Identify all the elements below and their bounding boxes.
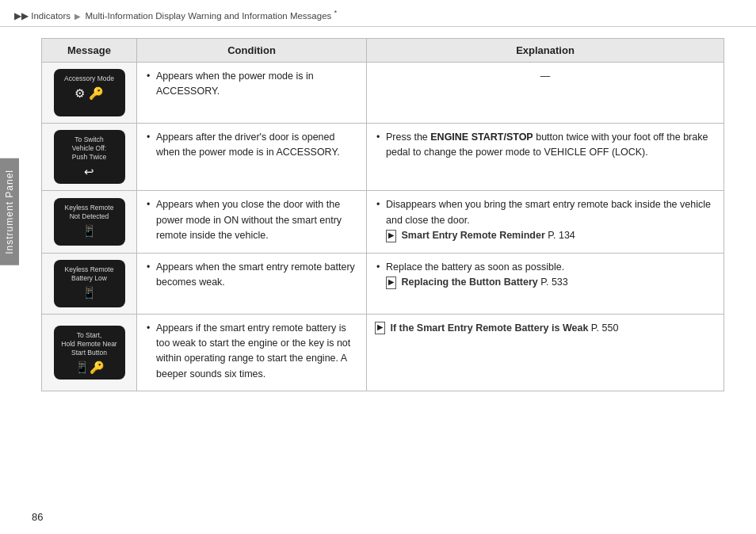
msg-icon-4: 📱 — [58, 285, 121, 301]
info-table: Message Condition Explanation Accessory … — [41, 38, 724, 391]
explanation-cell-4: Replace the battery as soon as possible.… — [367, 253, 724, 314]
ref-page-3: P. 134 — [548, 230, 575, 241]
msg-icon-5: 📱🔑 — [58, 360, 121, 376]
explanation-cell-5: ▶ If the Smart Entry Remote Battery is W… — [367, 314, 724, 391]
condition-cell-3: Appears when you close the door with the… — [137, 191, 367, 253]
message-cell-3: Keyless RemoteNot Detected 📱 — [42, 191, 137, 253]
msg-icon-1: ⚙ 🔑 — [58, 86, 121, 101]
msg-display-5: To Start,Hold Remote NearStart Button 📱🔑 — [54, 326, 125, 380]
table-row: To SwitchVehicle Off:Push Twice ↩ Appear… — [42, 123, 724, 191]
page-number: 86 — [32, 511, 43, 523]
msg-display-4: Keyless RemoteBattery Low 📱 — [54, 260, 125, 307]
condition-list-4: Appears when the smart entry remote batt… — [145, 260, 358, 291]
explanation-item-4: Replace the battery as soon as possible.… — [375, 260, 716, 291]
ref-page-4: P. 533 — [540, 277, 568, 288]
ref-arrow-5: ▶ — [375, 322, 385, 334]
explanation-cell-1: — — [367, 62, 724, 123]
msg-label-3: Keyless RemoteNot Detected — [58, 204, 121, 221]
ref-link-5: If the Smart Entry Remote Battery is Wea… — [390, 322, 588, 334]
message-cell-5: To Start,Hold Remote NearStart Button 📱🔑 — [42, 314, 137, 391]
condition-cell-2: Appears after the driver's door is opene… — [137, 123, 367, 191]
explanation-cell-2: Press the ENGINE START/STOP button twice… — [367, 123, 724, 191]
msg-icon-2: ↩ — [58, 164, 121, 180]
ref-arrow-3: ▶ — [386, 230, 396, 242]
msg-label-2: To SwitchVehicle Off:Push Twice — [58, 135, 121, 162]
breadcrumb-arrow1: ▶▶ — [14, 11, 29, 21]
condition-cell-1: Appears when the power mode is in ACCESS… — [137, 62, 367, 123]
msg-display-3: Keyless RemoteNot Detected 📱 — [54, 198, 125, 246]
message-cell-1: Accessory Mode ⚙ 🔑 — [42, 62, 137, 123]
condition-item-1: Appears when the power mode is in ACCESS… — [145, 69, 358, 100]
table-row: Accessory Mode ⚙ 🔑 Appears when the powe… — [42, 62, 724, 123]
msg-label-4: Keyless RemoteBattery Low — [58, 265, 121, 283]
ref-link-4: Replacing the Button Battery — [401, 277, 537, 288]
msg-label-5: To Start,Hold Remote NearStart Button — [58, 331, 121, 357]
explanation-cell-3: Disappears when you bring the smart entr… — [367, 191, 724, 253]
col-header-explanation: Explanation — [367, 38, 724, 62]
msg-display-1: Accessory Mode ⚙ 🔑 — [54, 69, 125, 116]
breadcrumb: ▶▶ Indicators ▶ Multi-Information Displa… — [0, 0, 756, 27]
msg-display-2: To SwitchVehicle Off:Push Twice ↩ — [54, 130, 125, 185]
side-tab: Instrument Panel — [0, 158, 19, 265]
condition-list-1: Appears when the power mode is in ACCESS… — [145, 69, 358, 100]
breadcrumb-part2: Multi-Information Display Warning and In… — [85, 11, 331, 21]
condition-item-3: Appears when you close the door with the… — [145, 197, 358, 243]
explanation-list-4: Replace the battery as soon as possible.… — [375, 260, 716, 291]
col-header-message: Message — [42, 38, 137, 62]
message-cell-4: Keyless RemoteBattery Low 📱 — [42, 253, 137, 314]
explanation-item-3: Disappears when you bring the smart entr… — [375, 197, 716, 243]
explanation-list-3: Disappears when you bring the smart entr… — [375, 197, 716, 243]
condition-item-2: Appears after the driver's door is opene… — [145, 130, 358, 161]
ref-link-3: Smart Entry Remote Reminder — [401, 230, 544, 241]
explanation-item-2: Press the ENGINE START/STOP button twice… — [375, 130, 716, 161]
condition-cell-5: Appears if the smart entry remote batter… — [137, 314, 367, 391]
condition-item-5: Appears if the smart entry remote batter… — [145, 321, 358, 383]
ref-page-5: P. 550 — [591, 322, 619, 334]
table-row: Keyless RemoteBattery Low 📱 Appears when… — [42, 253, 724, 314]
message-cell-2: To SwitchVehicle Off:Push Twice ↩ — [42, 123, 137, 191]
ref-arrow-4: ▶ — [386, 277, 396, 289]
footnote-marker: * — [334, 8, 338, 17]
bold-text-2: ENGINE START/STOP — [430, 132, 533, 143]
main-content: Message Condition Explanation Accessory … — [41, 38, 724, 391]
explanation-list-2: Press the ENGINE START/STOP button twice… — [375, 130, 716, 161]
col-header-condition: Condition — [137, 38, 367, 62]
table-row: Keyless RemoteNot Detected 📱 Appears whe… — [42, 191, 724, 253]
breadcrumb-arrow2: ▶ — [74, 12, 81, 21]
dash-1: — — [540, 71, 551, 82]
condition-cell-4: Appears when the smart entry remote batt… — [137, 253, 367, 314]
msg-icon-3: 📱 — [58, 223, 121, 239]
condition-list-2: Appears after the driver's door is opene… — [145, 130, 358, 161]
condition-item-4: Appears when the smart entry remote batt… — [145, 260, 358, 291]
condition-list-3: Appears when you close the door with the… — [145, 197, 358, 243]
condition-list-5: Appears if the smart entry remote batter… — [145, 321, 358, 383]
msg-label-1: Accessory Mode — [58, 74, 121, 83]
table-row: To Start,Hold Remote NearStart Button 📱🔑… — [42, 314, 724, 391]
breadcrumb-part1: Indicators — [31, 11, 71, 21]
